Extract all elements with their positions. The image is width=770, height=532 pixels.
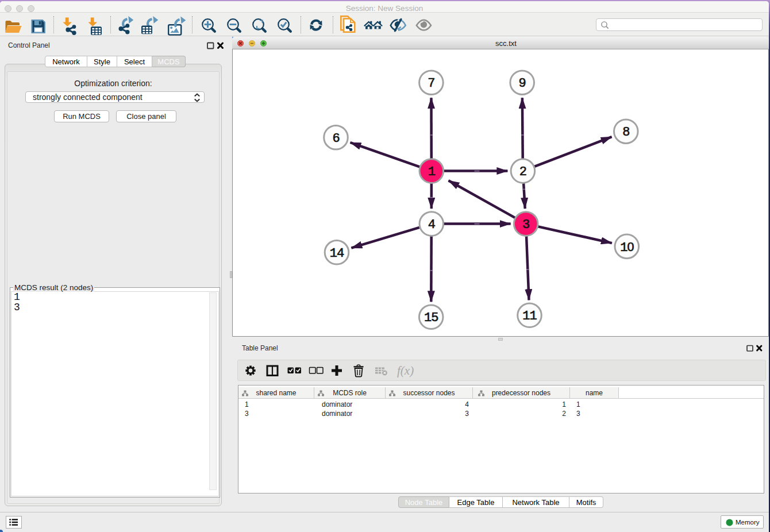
svg-text:1: 1 — [428, 165, 436, 179]
svg-text:8: 8 — [622, 125, 629, 140]
svg-text:6: 6 — [332, 132, 339, 146]
svg-text:11: 11 — [522, 309, 537, 323]
svg-text:15: 15 — [424, 311, 438, 325]
svg-text:10: 10 — [620, 240, 634, 255]
svg-text:14: 14 — [330, 246, 344, 261]
svg-text:2: 2 — [519, 165, 526, 179]
svg-text:7: 7 — [428, 76, 434, 91]
svg-text:9: 9 — [519, 76, 526, 91]
svg-text:4: 4 — [428, 218, 436, 232]
svg-text:3: 3 — [522, 218, 529, 232]
svg-text:f(x): f(x) — [397, 364, 414, 377]
